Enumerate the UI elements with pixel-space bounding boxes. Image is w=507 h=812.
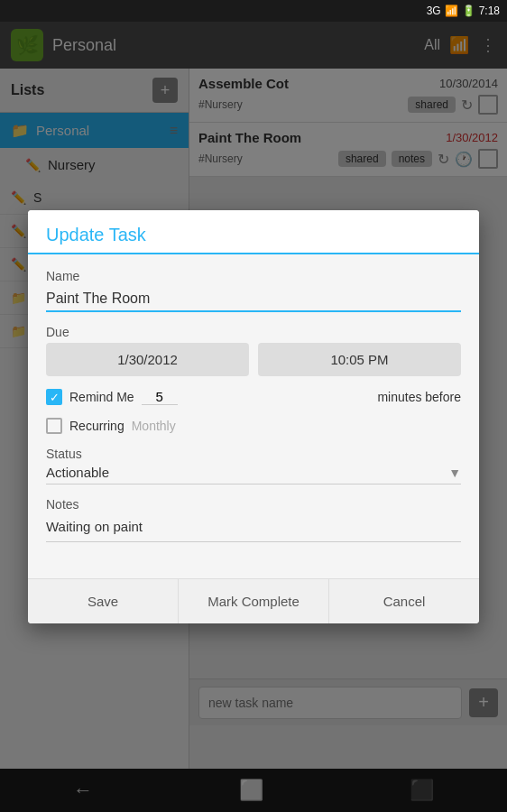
- name-input[interactable]: [46, 287, 461, 312]
- remind-checkbox[interactable]: ✓: [46, 389, 62, 405]
- mark-complete-button[interactable]: Mark Complete: [179, 579, 329, 623]
- status-value-row[interactable]: Actionable ▼: [46, 465, 461, 480]
- notes-value: Waiting on paint: [46, 515, 461, 538]
- due-time-button[interactable]: 10:05 PM: [258, 343, 461, 376]
- battery-icon: 🔋: [462, 5, 475, 17]
- due-field-group: Due 1/30/2012 10:05 PM: [46, 325, 461, 376]
- status-field-group: Status Actionable ▼: [46, 447, 461, 484]
- notes-label: Notes: [46, 497, 461, 512]
- remind-label: Remind Me: [69, 390, 134, 404]
- due-date-button[interactable]: 1/30/2012: [46, 343, 249, 376]
- dialog-body: Name Due 1/30/2012 10:05 PM ✓ Rem: [28, 254, 479, 578]
- dialog-overlay: Update Task Name Due 1/30/2012 10:05 PM: [0, 22, 507, 812]
- remind-row: ✓ Remind Me minutes before: [46, 389, 461, 405]
- recurring-row: Recurring Monthly: [46, 418, 461, 434]
- check-icon: ✓: [50, 391, 60, 404]
- dialog-spacer: [46, 555, 461, 564]
- due-label: Due: [46, 325, 461, 339]
- dialog: Update Task Name Due 1/30/2012 10:05 PM: [28, 210, 479, 623]
- notes-field-group: Notes Waiting on paint: [46, 497, 461, 542]
- status-bar: 3G 📶 🔋 7:18: [0, 0, 507, 22]
- recurring-label: Recurring: [69, 419, 124, 433]
- status-label: Status: [46, 447, 461, 461]
- signal-icon: 3G: [427, 5, 441, 17]
- recurring-value: Monthly: [132, 419, 176, 433]
- wifi-icon: 📶: [445, 5, 458, 17]
- cancel-button[interactable]: Cancel: [329, 579, 479, 623]
- app-container: 🌿 Personal All 📶 ⋮ Lists + 📁 Personal ≡: [0, 22, 507, 812]
- status-value: Actionable: [46, 465, 109, 480]
- time-display: 7:18: [479, 5, 500, 17]
- dialog-title: Update Task: [46, 225, 146, 245]
- recurring-checkbox[interactable]: [46, 418, 62, 434]
- dialog-buttons: Save Mark Complete Cancel: [28, 578, 479, 623]
- chevron-down-icon: ▼: [448, 466, 461, 480]
- notes-underline: [46, 541, 461, 542]
- status-underline: [46, 484, 461, 484]
- due-row: 1/30/2012 10:05 PM: [46, 343, 461, 376]
- remind-suffix: minutes before: [377, 390, 461, 404]
- remind-input[interactable]: [142, 389, 178, 405]
- dialog-title-bar: Update Task: [28, 210, 479, 254]
- save-button[interactable]: Save: [28, 579, 179, 623]
- name-field-group: Name: [46, 269, 461, 312]
- name-label: Name: [46, 269, 461, 283]
